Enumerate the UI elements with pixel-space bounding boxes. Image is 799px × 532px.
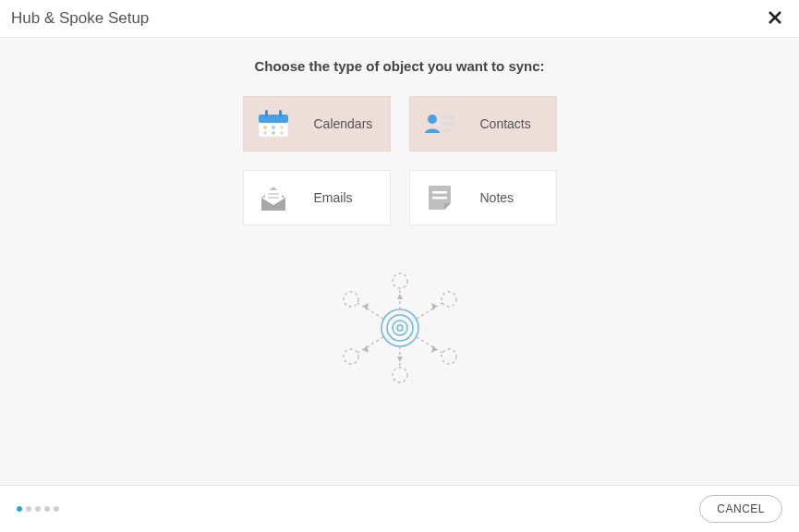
option-label: Calendars bbox=[314, 116, 373, 131]
svg-rect-15 bbox=[442, 129, 451, 132]
svg-point-7 bbox=[272, 126, 275, 129]
svg-marker-44 bbox=[397, 357, 403, 362]
options-grid: Calendars Contacts bbox=[243, 96, 557, 225]
svg-line-29 bbox=[357, 303, 383, 319]
option-label: Emails bbox=[314, 190, 353, 205]
svg-point-26 bbox=[397, 325, 403, 331]
close-button[interactable] bbox=[766, 7, 784, 30]
svg-rect-13 bbox=[442, 116, 454, 119]
close-icon bbox=[768, 8, 782, 29]
svg-rect-3 bbox=[259, 115, 288, 123]
option-label: Notes bbox=[480, 190, 515, 205]
svg-point-11 bbox=[280, 131, 284, 135]
svg-rect-5 bbox=[279, 110, 282, 117]
dialog-footer: CANCEL bbox=[0, 485, 799, 532]
note-icon bbox=[421, 181, 458, 214]
step-indicator bbox=[17, 506, 59, 512]
svg-rect-14 bbox=[442, 123, 454, 126]
svg-point-9 bbox=[263, 131, 267, 135]
step-dot bbox=[17, 506, 22, 512]
cancel-button[interactable]: CANCEL bbox=[699, 495, 782, 523]
svg-point-8 bbox=[280, 126, 284, 129]
svg-point-6 bbox=[263, 126, 267, 129]
svg-point-25 bbox=[393, 320, 407, 335]
step-dot bbox=[26, 506, 31, 512]
svg-point-32 bbox=[442, 292, 456, 307]
option-emails[interactable]: Emails bbox=[243, 170, 391, 225]
step-dot bbox=[44, 506, 50, 512]
svg-rect-22 bbox=[432, 197, 447, 200]
email-icon bbox=[255, 181, 292, 214]
svg-point-12 bbox=[428, 115, 437, 124]
step-dot bbox=[35, 506, 41, 512]
step-dot bbox=[54, 506, 59, 512]
option-notes[interactable]: Notes bbox=[409, 170, 557, 225]
svg-point-36 bbox=[442, 349, 456, 364]
svg-marker-39 bbox=[397, 294, 403, 299]
calendar-icon bbox=[255, 107, 292, 140]
svg-point-30 bbox=[344, 292, 358, 307]
svg-rect-19 bbox=[268, 197, 279, 199]
hub-spoke-diagram bbox=[326, 268, 474, 392]
svg-line-33 bbox=[357, 337, 383, 353]
prompt-text: Choose the type of object you want to sy… bbox=[254, 58, 544, 74]
svg-line-31 bbox=[417, 303, 442, 319]
svg-rect-18 bbox=[268, 193, 279, 195]
svg-point-28 bbox=[393, 273, 407, 288]
svg-point-24 bbox=[387, 315, 413, 341]
option-calendars[interactable]: Calendars bbox=[243, 96, 391, 151]
svg-line-35 bbox=[417, 337, 442, 353]
svg-rect-21 bbox=[432, 191, 447, 194]
svg-point-38 bbox=[393, 368, 407, 382]
svg-point-34 bbox=[344, 349, 358, 364]
svg-rect-4 bbox=[265, 110, 268, 117]
dialog-body: Choose the type of object you want to sy… bbox=[0, 38, 799, 485]
option-contacts[interactable]: Contacts bbox=[409, 96, 557, 151]
dialog-title: Hub & Spoke Setup bbox=[11, 9, 149, 28]
option-label: Contacts bbox=[480, 116, 531, 131]
contact-icon bbox=[421, 107, 458, 140]
dialog-header: Hub & Spoke Setup bbox=[0, 0, 799, 38]
svg-point-10 bbox=[272, 131, 275, 135]
